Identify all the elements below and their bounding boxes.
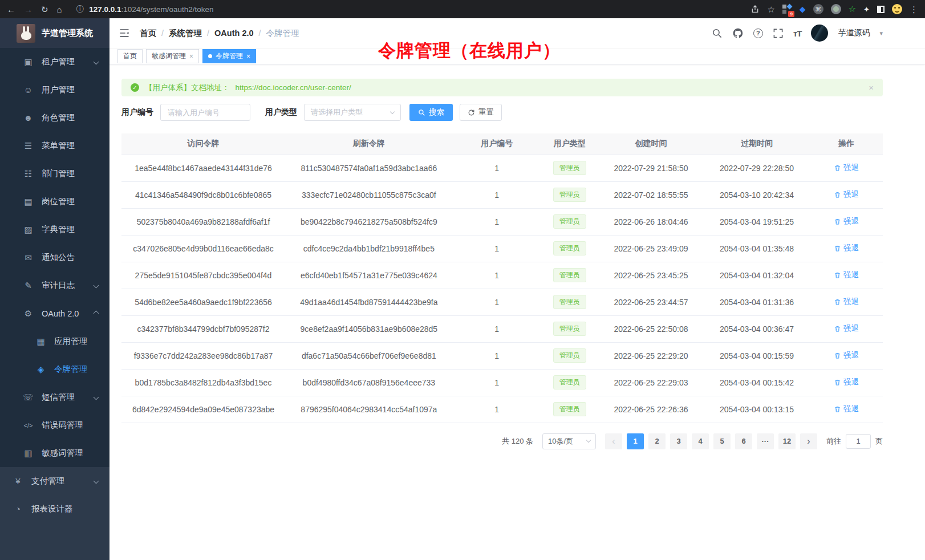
- goto-page-input[interactable]: [846, 434, 871, 449]
- sidebar-item-post[interactable]: ▤ 岗位管理: [0, 188, 109, 216]
- user-type-badge: 管理员: [553, 295, 586, 309]
- trash-icon: [834, 379, 841, 386]
- sidebar-item-label: 支付管理: [31, 476, 64, 486]
- extension-grid-icon[interactable]: 9: [782, 5, 792, 14]
- reset-button[interactable]: 重置: [460, 104, 502, 121]
- recorder-extension-icon[interactable]: [831, 4, 841, 14]
- command-extension-icon[interactable]: ⌘: [813, 4, 823, 14]
- home-icon[interactable]: ⌂: [57, 5, 62, 14]
- search-icon: [418, 109, 425, 116]
- user-type-select[interactable]: 请选择用户类型: [304, 104, 401, 121]
- sidebar-item-sensitive-word[interactable]: ▥ 敏感词管理: [0, 439, 109, 467]
- sidebar-item-notice[interactable]: ✉ 通知公告: [0, 244, 109, 271]
- alert-close-icon[interactable]: ×: [869, 83, 874, 92]
- page-button-5[interactable]: 5: [713, 433, 731, 449]
- puzzle-extension-icon[interactable]: ✦: [863, 5, 870, 14]
- page-button-2[interactable]: 2: [648, 433, 666, 449]
- success-check-icon: ✓: [131, 83, 139, 92]
- page-size-select[interactable]: 10条/页: [542, 433, 596, 449]
- app-logo[interactable]: 芋道管理系统: [0, 18, 109, 48]
- trash-icon: [834, 191, 841, 198]
- cell-access-token: 275e5de9151045fe87cbdc395e004f4d: [121, 262, 285, 289]
- cell-user-type: 管理员: [541, 262, 598, 289]
- sidebar-item-sms[interactable]: ☏ 短信管理: [0, 383, 109, 411]
- reload-icon[interactable]: ↻: [41, 5, 48, 14]
- chevron-down-icon[interactable]: ▾: [879, 30, 883, 37]
- force-logout-button[interactable]: 强退: [834, 377, 859, 387]
- emoji-extension-icon[interactable]: [892, 4, 902, 14]
- force-logout-label: 强退: [843, 216, 859, 226]
- prev-page-button[interactable]: ‹: [605, 433, 622, 449]
- doc-link[interactable]: https://doc.iocoder.cn/user-center/: [236, 83, 351, 92]
- forward-icon[interactable]: →: [24, 5, 33, 14]
- sidebar-item-pay[interactable]: ¥ 支付管理: [0, 467, 109, 495]
- force-logout-label: 强退: [843, 297, 859, 307]
- page-button-6[interactable]: 6: [735, 433, 752, 449]
- tab-token-management[interactable]: 令牌管理 ×: [202, 49, 256, 63]
- sidebar-item-menu[interactable]: ☰ 菜单管理: [0, 132, 109, 160]
- search-button[interactable]: 搜索: [409, 104, 453, 121]
- tab-home[interactable]: 首页: [117, 49, 143, 63]
- search-icon[interactable]: [712, 28, 723, 39]
- page-button-1[interactable]: 1: [627, 433, 644, 449]
- sidebar-item-oauth2[interactable]: ⚙ OAuth 2.0: [0, 299, 109, 327]
- close-icon[interactable]: ×: [246, 53, 250, 60]
- sidebar-item-error-code[interactable]: </> 错误码管理: [0, 411, 109, 439]
- sidebar-item-report-designer[interactable]: ◔ 报表设计器: [0, 495, 109, 523]
- tab-sensitive-word[interactable]: 敏感词管理 ×: [146, 49, 199, 63]
- breadcrumb-home[interactable]: 首页: [140, 28, 156, 39]
- force-logout-button[interactable]: 强退: [834, 243, 859, 253]
- next-page-button[interactable]: ›: [800, 433, 817, 449]
- sidebar-item-user[interactable]: ☺ 用户管理: [0, 76, 109, 104]
- github-icon[interactable]: [732, 27, 744, 39]
- force-logout-button[interactable]: 强退: [834, 163, 859, 173]
- url-bar[interactable]: ⓘ 127.0.0.1:1024/system/oauth2/token: [71, 4, 743, 14]
- user-id-input[interactable]: [160, 104, 250, 121]
- force-logout-button[interactable]: 强退: [834, 297, 859, 307]
- reader-extension-icon[interactable]: [877, 6, 885, 13]
- cell-refresh-token: 9ce8ef2aa9f14056b831ae9b608e28d5: [285, 315, 453, 342]
- sidebar-item-token[interactable]: ◈ 令牌管理: [0, 355, 109, 383]
- post-icon: ▤: [23, 197, 34, 207]
- close-icon[interactable]: ×: [189, 53, 193, 60]
- collapse-sidebar-icon[interactable]: [119, 27, 130, 39]
- green-star-extension-icon[interactable]: ☆: [849, 4, 856, 14]
- bookmark-star-icon[interactable]: ☆: [767, 5, 774, 14]
- force-logout-button[interactable]: 强退: [834, 404, 859, 414]
- page-button-4[interactable]: 4: [692, 433, 709, 449]
- page-ellipsis-button[interactable]: ···: [757, 433, 774, 449]
- font-size-icon[interactable]: тT: [793, 29, 802, 38]
- sidebar-item-role[interactable]: ☻ 角色管理: [0, 104, 109, 132]
- fullscreen-icon[interactable]: [773, 28, 784, 39]
- force-logout-label: 强退: [843, 189, 859, 200]
- sidebar-item-tenant[interactable]: ▣ 租户管理: [0, 48, 109, 76]
- back-icon[interactable]: ←: [7, 5, 15, 14]
- browser-menu-icon[interactable]: ⋮: [910, 5, 918, 14]
- cell-expires: 2054-03-04 00:13:15: [704, 396, 810, 423]
- breadcrumb-oauth2[interactable]: OAuth 2.0: [214, 29, 253, 38]
- breadcrumb-system[interactable]: 系统管理: [169, 28, 202, 39]
- sidebar-item-oauth-app[interactable]: ▦ 应用管理: [0, 327, 109, 355]
- cell-user-type: 管理员: [541, 155, 598, 181]
- site-info-icon[interactable]: ⓘ: [76, 4, 84, 14]
- force-logout-button[interactable]: 强退: [834, 189, 859, 200]
- page-button-12[interactable]: 12: [778, 433, 796, 449]
- sidebar-item-dict[interactable]: ▨ 字典管理: [0, 216, 109, 244]
- cell-user-type: 管理员: [541, 181, 598, 208]
- username[interactable]: 芋道源码: [838, 28, 870, 38]
- page-button-3[interactable]: 3: [670, 433, 687, 449]
- col-actions: 操作: [810, 133, 883, 155]
- sidebar-item-audit-log[interactable]: ✎ 审计日志: [0, 271, 109, 299]
- sidebar-item-dept[interactable]: ☷ 部门管理: [0, 160, 109, 188]
- force-logout-label: 强退: [843, 323, 859, 334]
- share-icon[interactable]: [750, 5, 760, 14]
- gem-extension-icon[interactable]: ◆: [800, 5, 806, 14]
- force-logout-button[interactable]: 强退: [834, 270, 859, 280]
- force-logout-button[interactable]: 强退: [834, 216, 859, 226]
- cell-actions: 强退: [810, 208, 883, 235]
- force-logout-label: 强退: [843, 350, 859, 360]
- force-logout-button[interactable]: 强退: [834, 323, 859, 334]
- help-icon[interactable]: ?: [753, 29, 763, 38]
- avatar[interactable]: [811, 25, 828, 42]
- force-logout-button[interactable]: 强退: [834, 350, 859, 360]
